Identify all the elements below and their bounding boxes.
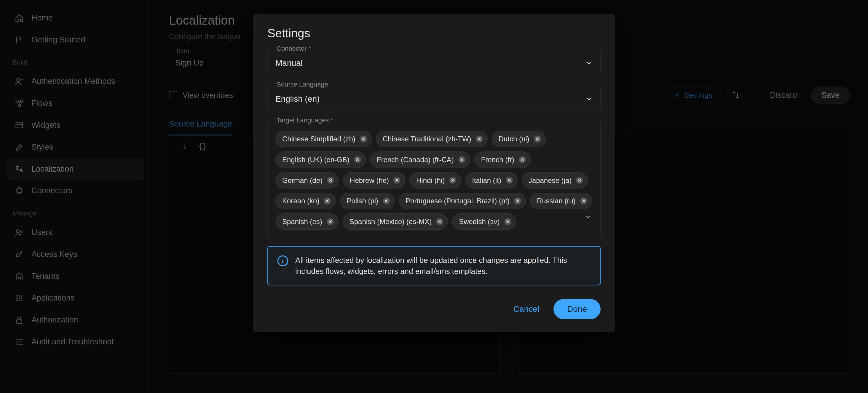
info-text: All items affected by localization will … — [295, 255, 591, 276]
chip-remove-icon[interactable] — [326, 217, 335, 226]
chevron-down-icon — [586, 60, 593, 67]
language-chip: Spanish (Mexico) (es-MX) — [343, 214, 448, 230]
chip-label: English (UK) (en-GB) — [282, 155, 349, 165]
chip-remove-icon[interactable] — [323, 197, 332, 205]
language-chip: Dutch (nl) — [492, 131, 546, 147]
chip-remove-icon[interactable] — [513, 197, 522, 205]
info-banner: All items affected by localization will … — [268, 246, 600, 286]
language-chip: French (fr) — [474, 152, 531, 168]
language-chip: Spanish (es) — [275, 214, 339, 230]
cancel-button[interactable]: Cancel — [505, 299, 548, 319]
chip-label: Spanish (Mexico) (es-MX) — [349, 217, 432, 227]
chip-label: Polish (pl) — [346, 196, 378, 206]
language-chip: Russian (ru) — [530, 193, 592, 209]
chip-remove-icon[interactable] — [448, 176, 457, 185]
chip-label: Dutch (nl) — [499, 134, 529, 144]
chip-remove-icon[interactable] — [435, 217, 444, 226]
chip-remove-icon[interactable] — [382, 197, 391, 205]
chip-label: Chinese Traditional (zh-TW) — [383, 134, 471, 144]
chip-remove-icon[interactable] — [505, 176, 514, 185]
source-language-value: English (en) — [275, 93, 319, 105]
chip-label: Russian (ru) — [537, 196, 576, 206]
chip-remove-icon[interactable] — [475, 135, 484, 143]
settings-modal: Settings Connector * Manual Source Langu… — [253, 14, 615, 332]
language-chip: Swedish (sv) — [452, 214, 516, 230]
language-chip: Chinese Traditional (zh-TW) — [376, 131, 488, 147]
chip-remove-icon[interactable] — [458, 155, 466, 164]
language-chip: Korean (ko) — [275, 193, 336, 209]
chip-label: Korean (ko) — [282, 196, 319, 206]
target-languages-label: Target Languages * — [274, 116, 336, 125]
language-chip: Chinese Simplified (zh) — [275, 131, 372, 147]
chip-remove-icon[interactable] — [326, 176, 335, 185]
language-chip: Hebrew (he) — [343, 172, 405, 189]
chip-remove-icon[interactable] — [353, 155, 362, 164]
connector-select[interactable]: Connector * Manual — [268, 48, 600, 75]
modal-scrim[interactable]: Settings Connector * Manual Source Langu… — [0, 0, 868, 393]
chip-label: French (Canada) (fr-CA) — [377, 155, 454, 165]
language-chip: Portuguese (Portugal, Brazil) (pt) — [399, 193, 526, 209]
language-chip: French (Canada) (fr-CA) — [370, 152, 470, 168]
chip-label: German (de) — [282, 175, 322, 186]
modal-title: Settings — [268, 25, 600, 41]
chip-label: Japanese (ja) — [529, 175, 571, 186]
language-chip: Polish (pl) — [340, 193, 395, 209]
done-button[interactable]: Done — [554, 299, 600, 319]
target-languages-field[interactable]: Target Languages * Chinese Simplified (z… — [268, 120, 600, 237]
chip-label: Chinese Simplified (zh) — [282, 134, 355, 144]
chip-remove-icon[interactable] — [518, 155, 527, 164]
chip-label: Spanish (es) — [282, 217, 322, 227]
language-chip: Hindi (hi) — [409, 172, 461, 189]
source-language-label: Source Language — [274, 80, 331, 89]
info-icon — [277, 255, 289, 276]
chip-remove-icon[interactable] — [393, 176, 401, 185]
chip-label: Hebrew (he) — [350, 175, 389, 186]
chip-remove-icon[interactable] — [575, 176, 584, 185]
target-languages-expand[interactable] — [584, 214, 593, 221]
language-chip: German (de) — [275, 172, 339, 189]
chip-remove-icon[interactable] — [579, 197, 588, 205]
chip-remove-icon[interactable] — [359, 135, 368, 143]
chip-label: Portuguese (Portugal, Brazil) (pt) — [406, 196, 509, 206]
chip-label: French (fr) — [481, 155, 514, 165]
language-chip: Japanese (ja) — [522, 172, 588, 189]
chip-remove-icon[interactable] — [533, 135, 542, 143]
connector-value: Manual — [275, 57, 303, 69]
language-chip: English (UK) (en-GB) — [275, 152, 366, 168]
language-chip: Italian (it) — [465, 172, 518, 189]
chip-label: Hindi (hi) — [416, 175, 445, 186]
chip-label: Italian (it) — [472, 175, 501, 186]
source-language-select[interactable]: Source Language English (en) — [268, 84, 600, 111]
chip-label: Swedish (sv) — [459, 217, 499, 227]
chip-remove-icon[interactable] — [503, 217, 512, 226]
chevron-down-icon — [586, 95, 593, 103]
connector-label: Connector * — [274, 44, 313, 53]
